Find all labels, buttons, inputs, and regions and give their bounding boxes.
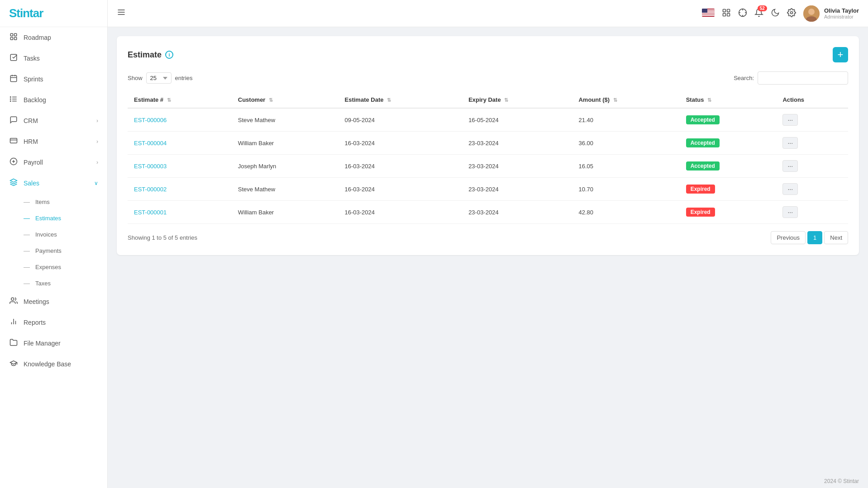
sidebar-item-meetings[interactable]: Meetings xyxy=(0,291,107,312)
chevron-right-icon: › xyxy=(96,118,98,124)
col-actions: Actions xyxy=(776,92,848,108)
svg-point-45 xyxy=(808,9,815,15)
sidebar-item-backlog[interactable]: Backlog xyxy=(0,90,107,110)
entries-select[interactable]: 10 25 50 100 xyxy=(146,72,172,84)
svg-point-13 xyxy=(10,99,11,99)
sidebar-item-label: HRM xyxy=(24,138,38,145)
estimates-card: Estimate i + Show 10 25 50 100 entries xyxy=(117,36,859,255)
col-expiry-date[interactable]: Expiry Date ⇅ xyxy=(462,92,572,108)
cell-customer: Steve Mathew xyxy=(232,178,339,201)
row-actions-button[interactable]: ··· xyxy=(782,114,798,126)
estimate-link[interactable]: EST-000002 xyxy=(134,186,167,193)
col-estimate-date[interactable]: Estimate Date ⇅ xyxy=(339,92,463,108)
roadmap-icon xyxy=(9,33,18,43)
previous-button[interactable]: Previous xyxy=(771,231,806,244)
row-actions-button[interactable]: ··· xyxy=(782,137,798,149)
row-actions-button[interactable]: ··· xyxy=(782,160,798,172)
sidebar-item-knowledge-base[interactable]: Knowledge Base xyxy=(0,354,107,374)
sidebar-item-payroll[interactable]: Payroll › xyxy=(0,152,107,173)
user-name: Olivia Taylor xyxy=(824,7,859,14)
cell-actions: ··· xyxy=(776,155,848,178)
search-input[interactable] xyxy=(758,71,848,85)
sidebar-item-taxes[interactable]: — Taxes xyxy=(0,275,107,291)
chevron-right-icon: › xyxy=(96,138,98,145)
sidebar-item-invoices[interactable]: — Invoices xyxy=(0,226,107,242)
theme-toggle-icon[interactable] xyxy=(771,8,780,19)
sidebar-item-label: Meetings xyxy=(24,298,49,305)
cell-status: Accepted xyxy=(680,108,777,132)
notification-bell[interactable]: 52 xyxy=(754,8,763,19)
meetings-icon xyxy=(9,297,18,307)
svg-rect-15 xyxy=(10,138,17,143)
grid-icon[interactable] xyxy=(722,8,731,19)
cell-status: Accepted xyxy=(680,132,777,155)
sidebar-item-label: CRM xyxy=(24,117,38,124)
sidebar-item-roadmap[interactable]: Roadmap xyxy=(0,27,107,48)
menu-toggle-icon[interactable] xyxy=(117,8,126,19)
sidebar-item-estimates[interactable]: — Estimates xyxy=(0,210,107,226)
cell-amount: 36.00 xyxy=(572,132,679,155)
sidebar-item-label: Sales xyxy=(24,180,39,187)
sidebar-item-sales[interactable]: Sales ∨ xyxy=(0,173,107,194)
copyright: 2024 © Stintar xyxy=(824,478,859,484)
user-info: Olivia Taylor Administrator xyxy=(824,7,859,19)
table-controls: Show 10 25 50 100 entries Search: xyxy=(128,71,848,85)
table-row: EST-000002 Steve Mathew 16-03-2024 23-03… xyxy=(128,178,848,201)
user-profile[interactable]: Olivia Taylor Administrator xyxy=(803,5,859,22)
col-customer[interactable]: Customer ⇅ xyxy=(232,92,339,108)
cell-customer: William Baker xyxy=(232,201,339,224)
sort-icon: ⇅ xyxy=(167,97,171,103)
sidebar-item-tasks[interactable]: Tasks xyxy=(0,48,107,69)
cell-estimate-date: 16-03-2024 xyxy=(339,155,463,178)
layout-icon[interactable] xyxy=(738,8,747,19)
svg-point-12 xyxy=(10,97,11,98)
table-row: EST-000001 William Baker 16-03-2024 23-0… xyxy=(128,201,848,224)
sub-item-label: Invoices xyxy=(35,231,57,238)
cell-expiry-date: 23-03-2024 xyxy=(462,178,572,201)
sidebar-item-crm[interactable]: CRM › xyxy=(0,110,107,131)
sort-icon: ⇅ xyxy=(613,97,617,103)
row-actions-button[interactable]: ··· xyxy=(782,183,798,195)
cell-estimate-number: EST-000002 xyxy=(128,178,232,201)
sidebar-item-hrm[interactable]: HRM › xyxy=(0,131,107,152)
svg-rect-4 xyxy=(10,54,17,61)
sub-item-label: Estimates xyxy=(35,215,61,222)
app-logo: Stintar xyxy=(9,6,43,20)
sort-icon: ⇅ xyxy=(707,97,711,103)
col-status[interactable]: Status ⇅ xyxy=(680,92,777,108)
add-estimate-button[interactable]: + xyxy=(833,47,848,62)
row-actions-button[interactable]: ··· xyxy=(782,206,798,218)
sidebar-item-expenses[interactable]: — Expenses xyxy=(0,259,107,275)
estimate-link[interactable]: EST-000003 xyxy=(134,163,167,170)
sidebar-item-sprints[interactable]: Sprints xyxy=(0,69,107,90)
col-estimate-number[interactable]: Estimate # ⇅ xyxy=(128,92,232,108)
sprints-icon xyxy=(9,74,18,84)
settings-icon[interactable] xyxy=(787,8,796,19)
cell-estimate-date: 16-03-2024 xyxy=(339,178,463,201)
cell-estimate-date: 09-05-2024 xyxy=(339,108,463,132)
language-flag[interactable] xyxy=(702,9,715,18)
sidebar-item-label: Sprints xyxy=(24,76,43,83)
cell-expiry-date: 16-05-2024 xyxy=(462,108,572,132)
sub-item-label: Items xyxy=(35,199,50,205)
svg-rect-35 xyxy=(727,9,730,12)
estimate-link[interactable]: EST-000004 xyxy=(134,140,167,147)
sidebar-item-file-manager[interactable]: File Manager xyxy=(0,333,107,354)
sidebar-item-items[interactable]: — Items xyxy=(0,194,107,210)
next-button[interactable]: Next xyxy=(824,231,848,244)
cell-status: Expired xyxy=(680,178,777,201)
logo[interactable]: Stintar xyxy=(0,0,107,27)
col-amount[interactable]: Amount ($) ⇅ xyxy=(572,92,679,108)
estimate-link[interactable]: EST-000001 xyxy=(134,209,167,216)
svg-rect-5 xyxy=(10,76,17,82)
showing-text: Showing 1 to 5 of 5 entries xyxy=(128,234,197,241)
sidebar-item-payments[interactable]: — Payments xyxy=(0,242,107,259)
table-row: EST-000003 Joseph Marlyn 16-03-2024 23-0… xyxy=(128,155,848,178)
avatar xyxy=(803,5,820,22)
chevron-right-icon: › xyxy=(96,159,98,166)
estimate-link[interactable]: EST-000006 xyxy=(134,117,167,123)
page-1-button[interactable]: 1 xyxy=(807,231,822,244)
info-icon[interactable]: i xyxy=(165,51,173,59)
sidebar-item-reports[interactable]: Reports xyxy=(0,312,107,333)
svg-rect-34 xyxy=(723,9,725,12)
